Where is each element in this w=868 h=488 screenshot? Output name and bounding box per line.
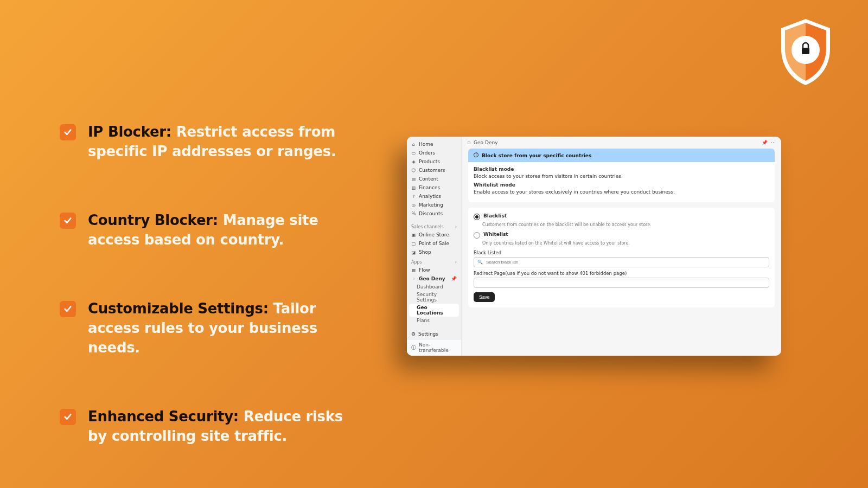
chevron-right-icon: › bbox=[455, 260, 457, 265]
svg-rect-1 bbox=[802, 48, 809, 54]
pin-icon[interactable]: 📌 bbox=[451, 276, 457, 281]
app-icon: ▫ bbox=[467, 140, 470, 145]
radio-blacklist-desc: Customers from countries on the blacklis… bbox=[482, 222, 769, 227]
info-icon: ⓘ bbox=[411, 344, 416, 351]
check-icon bbox=[60, 124, 76, 140]
sidebar-item-shop[interactable]: ◪Shop bbox=[407, 248, 461, 256]
pos-icon: ▢ bbox=[411, 241, 416, 246]
main-panel: ▫ Geo Deny 📌 ⋯ ⓘBlock store from your sp… bbox=[462, 137, 781, 356]
discount-icon: % bbox=[411, 211, 416, 216]
feature-item: Customizable Settings: Tailor access rul… bbox=[60, 299, 353, 358]
topbar: ▫ Geo Deny 📌 ⋯ bbox=[462, 137, 781, 149]
sidebar-item-home[interactable]: ⌂Home bbox=[407, 140, 461, 149]
search-icon: 🔍 bbox=[477, 260, 483, 265]
feature-title: Country Blocker: bbox=[88, 212, 218, 228]
pin-icon[interactable]: 📌 bbox=[762, 140, 768, 145]
radio-whitelist-desc: Only countries listed on the Whitelist w… bbox=[482, 241, 769, 246]
radio-icon bbox=[474, 232, 480, 239]
blacklist-mode-desc: Block access to your stores from visitor… bbox=[474, 174, 769, 179]
store-icon: ▣ bbox=[411, 233, 416, 237]
sidebar-item-finances[interactable]: ▥Finances bbox=[407, 183, 461, 192]
blacklist-mode-heading: Blacklist mode bbox=[474, 166, 769, 172]
modes-card: Blacklist mode Block access to your stor… bbox=[468, 162, 775, 202]
breadcrumb: Geo Deny bbox=[474, 140, 497, 145]
chevron-right-icon: › bbox=[455, 224, 457, 229]
check-icon bbox=[60, 213, 76, 229]
radio-icon bbox=[474, 214, 480, 220]
sidebar-item-products[interactable]: ◈Products bbox=[407, 157, 461, 166]
radio-whitelist[interactable]: Whitelist bbox=[474, 232, 769, 239]
sidebar-item-customers[interactable]: ☺Customers bbox=[407, 166, 461, 175]
search-blacklist-input[interactable]: 🔍 bbox=[474, 257, 769, 267]
user-icon: ☺ bbox=[411, 168, 416, 173]
sidebar-item-geo-deny[interactable]: ◦Geo Deny📌 bbox=[407, 274, 461, 283]
sidebar: ⌂Home ▭Orders ◈Products ☺Customers ▤Cont… bbox=[407, 137, 462, 356]
save-button[interactable]: Save bbox=[474, 292, 495, 302]
flow-icon: ▦ bbox=[411, 268, 416, 273]
app-icon: ◦ bbox=[411, 277, 416, 281]
sidebar-item-marketing[interactable]: ◎Marketing bbox=[407, 201, 461, 209]
feature-item: IP Blocker: Restrict access from specifi… bbox=[60, 122, 353, 162]
content-icon: ▤ bbox=[411, 177, 416, 182]
blacklisted-label: Black Listed bbox=[474, 250, 769, 255]
sidebar-sub-dashboard[interactable]: Dashboard bbox=[407, 283, 461, 291]
check-icon bbox=[60, 409, 76, 425]
feature-item: Country Blocker: Manage site access base… bbox=[60, 210, 353, 250]
settings-card: Blacklist Customers from countries on th… bbox=[468, 208, 775, 307]
sidebar-item-online-store[interactable]: ▣Online Store bbox=[407, 230, 461, 239]
feature-title: Enhanced Security: bbox=[88, 408, 239, 425]
radio-blacklist[interactable]: Blacklist bbox=[474, 213, 769, 220]
info-icon: ⓘ bbox=[474, 152, 478, 159]
target-icon: ◎ bbox=[411, 203, 416, 208]
whitelist-mode-heading: Whitelist mode bbox=[474, 182, 769, 188]
tag-icon: ◈ bbox=[411, 159, 416, 164]
apps-header[interactable]: Apps› bbox=[407, 256, 461, 266]
shield-lock-logo bbox=[776, 16, 835, 87]
app-window: ⌂Home ▭Orders ◈Products ☺Customers ▤Cont… bbox=[407, 137, 781, 356]
sales-channels-header[interactable]: Sales channels› bbox=[407, 221, 461, 230]
home-icon: ⌂ bbox=[411, 142, 416, 147]
sidebar-item-discounts[interactable]: %Discounts bbox=[407, 209, 461, 218]
sidebar-sub-geo-locations[interactable]: Geo Locations bbox=[409, 304, 459, 317]
sidebar-sub-plans[interactable]: Plans bbox=[407, 317, 461, 324]
feature-title: IP Blocker: bbox=[88, 124, 171, 140]
sidebar-item-content[interactable]: ▤Content bbox=[407, 175, 461, 183]
whitelist-mode-desc: Enable access to your stores exclusively… bbox=[474, 189, 769, 195]
orders-icon: ▭ bbox=[411, 151, 416, 156]
feature-title: Customizable Settings: bbox=[88, 300, 269, 317]
feature-list: IP Blocker: Restrict access from specifi… bbox=[60, 122, 353, 488]
sidebar-item-settings[interactable]: ⚙Settings bbox=[407, 329, 461, 339]
finances-icon: ▥ bbox=[411, 185, 416, 190]
info-banner: ⓘBlock store from your specific countrie… bbox=[468, 149, 775, 162]
check-icon bbox=[60, 301, 76, 317]
sidebar-item-orders[interactable]: ▭Orders bbox=[407, 149, 461, 157]
more-icon[interactable]: ⋯ bbox=[771, 140, 776, 145]
sidebar-item-flow[interactable]: ▦Flow bbox=[407, 266, 461, 274]
analytics-icon: ⫯ bbox=[411, 194, 416, 199]
gear-icon: ⚙ bbox=[411, 331, 416, 337]
sidebar-non-transferable[interactable]: ⓘNon-transferable bbox=[407, 339, 461, 356]
sidebar-item-pos[interactable]: ▢Point of Sale bbox=[407, 239, 461, 248]
shop-icon: ◪ bbox=[411, 250, 416, 255]
sidebar-item-analytics[interactable]: ⫯Analytics bbox=[407, 192, 461, 201]
redirect-label: Redirect Page(use if you do not want to … bbox=[474, 271, 769, 276]
feature-item: Enhanced Security: Reduce risks by contr… bbox=[60, 407, 353, 446]
redirect-input[interactable] bbox=[474, 278, 769, 288]
sidebar-sub-security[interactable]: Security Settings bbox=[407, 291, 461, 304]
